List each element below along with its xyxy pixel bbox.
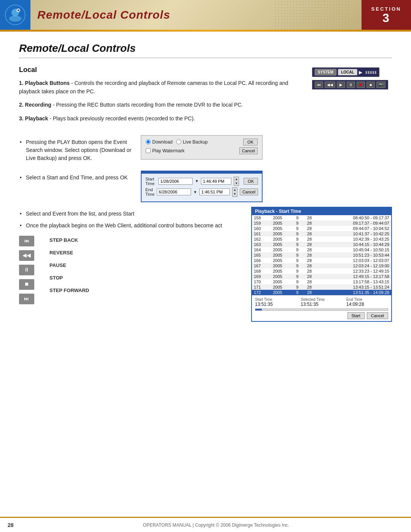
bullet-download-section: Pressing the PLAY Button opens the Event…: [19, 135, 392, 166]
bullet-datetime-label: Select a Start and End Time, and press O…: [26, 174, 128, 181]
item-3-bold: Playback: [25, 115, 48, 121]
pf-selected-label: Selected Time: [301, 297, 342, 302]
download-cancel-btn[interactable]: Cancel: [239, 147, 258, 154]
step-forward-icon: ⏭: [19, 294, 34, 304]
row-year: 2005: [271, 220, 294, 226]
row-c2: 28: [305, 252, 320, 258]
table-row[interactable]: 168 2005 9 28 12:33:23 - 12:49:15: [252, 268, 391, 274]
row-time: 13:43:15 - 13:51:24: [320, 284, 391, 290]
dvr-play-icon: ▶: [359, 70, 362, 75]
svg-text:◀◀: ◀◀: [22, 252, 31, 258]
row-c1: 9: [294, 284, 305, 290]
datetime-cancel-btn[interactable]: Cancel: [240, 189, 258, 195]
end-date-dropdown-icon[interactable]: ▼: [193, 190, 197, 194]
row-time: 13:17:58 - 13:43:15: [320, 279, 391, 284]
table-row[interactable]: 161 2005 9 28 10:41:37 - 10:42:25: [252, 231, 391, 236]
dvr-snapshot-btn[interactable]: 📷: [376, 81, 386, 88]
end-spin-down-icon[interactable]: ▼: [233, 192, 237, 196]
table-row[interactable]: 164 2005 9 28 10:45:04 - 10:50:15: [252, 247, 391, 252]
start-time-spin[interactable]: ▲ ▼: [234, 177, 239, 186]
end-date-input[interactable]: [157, 189, 191, 195]
start-date-dropdown-icon[interactable]: ▼: [195, 179, 199, 183]
playback-footer-labels: Start Time 13:51:35 Selected Time 13:51:…: [255, 297, 388, 307]
end-time-spin[interactable]: ▲ ▼: [232, 187, 237, 197]
table-row[interactable]: 158 2005 9 28 08:40:50 - 09:17:37: [252, 215, 391, 220]
table-row[interactable]: 160 2005 9 28 09:44:07 - 10:04:52: [252, 226, 391, 231]
play-watermark-checkbox[interactable]: [146, 148, 151, 153]
row-c1: 9: [294, 247, 305, 252]
row-c2: 28: [305, 226, 320, 231]
row-c1: 9: [294, 279, 305, 284]
item-3-number: 3.: [19, 115, 24, 121]
row-year: 2005: [271, 274, 294, 279]
row-c1: 9: [294, 242, 305, 247]
dvr-pause-btn[interactable]: ⏸: [347, 81, 355, 88]
table-row[interactable]: 159 2005 9 28 09:17:37 - 09:44:07: [252, 220, 391, 226]
end-spin-up-icon[interactable]: ▲: [233, 188, 237, 192]
header-decoration: [274, 0, 350, 30]
spin-down-icon[interactable]: ▼: [234, 181, 239, 185]
row-id: 169: [252, 274, 271, 279]
row-time: 13:51:35 - 14:09:28: [320, 290, 391, 295]
row-time: 10:51:23 - 10:53:44: [320, 252, 391, 258]
table-row[interactable]: 163 2005 9 28 10:44:15 - 10:44:29: [252, 242, 391, 247]
end-time-input[interactable]: [199, 189, 230, 195]
dvr-play-btn[interactable]: ▶: [337, 81, 345, 88]
table-row[interactable]: 162 2005 9 28 10:42:39 - 10:43:25: [252, 236, 391, 242]
table-row[interactable]: 171 2005 9 28 13:43:15 - 13:51:24: [252, 284, 391, 290]
row-c2: 28: [305, 236, 320, 242]
row-year: 2005: [271, 263, 294, 268]
download-dialog-area: Download Live Backup OK Play Watermark C…: [141, 135, 392, 160]
playback-cancel-btn[interactable]: Cancel: [367, 312, 388, 319]
row-year: 2005: [271, 258, 294, 263]
dvr-system-btn[interactable]: SYSTEM: [315, 69, 336, 75]
row-id: 164: [252, 247, 271, 252]
row-year: 2005: [271, 268, 294, 274]
list-item-1: 1. Playback Buttons - Controls the recor…: [19, 79, 304, 96]
svg-text:⏮: ⏮: [24, 238, 29, 244]
dvr-local-btn[interactable]: LOCAL: [338, 69, 357, 75]
table-row[interactable]: 169 2005 9 28 12:49:15 - 13:17:58: [252, 274, 391, 279]
datetime-ok-btn[interactable]: OK: [244, 178, 258, 185]
svg-text:⏸: ⏸: [24, 267, 29, 273]
download-ok-btn[interactable]: OK: [243, 139, 258, 145]
start-time-input[interactable]: [201, 178, 231, 185]
reverse-icon: ◀◀: [19, 250, 34, 261]
playback-dialog-area: Playback - Start Time 158 2005 9 28 08:4…: [251, 207, 392, 322]
row-year: 2005: [271, 279, 294, 284]
row-time: 09:17:37 - 09:44:07: [320, 220, 391, 226]
download-label: Download: [152, 139, 172, 145]
play-watermark-option[interactable]: Play Watermark: [146, 148, 185, 153]
live-backup-option[interactable]: Live Backup: [176, 139, 207, 145]
row-year: 2005: [271, 247, 294, 252]
dvr-record-btn[interactable]: ⏺: [357, 81, 365, 88]
spin-up-icon[interactable]: ▲: [234, 177, 239, 181]
download-radio[interactable]: [146, 139, 151, 144]
playback-start-btn[interactable]: Start: [347, 312, 365, 319]
dvr-rewind-btn[interactable]: ◀◀: [325, 81, 335, 88]
table-row[interactable]: 170 2005 9 28 13:17:58 - 13:43:15: [252, 279, 391, 284]
download-option[interactable]: Download: [146, 139, 172, 145]
table-row[interactable]: 166 2005 9 28 12:03:03 - 12:03:07: [252, 258, 391, 263]
header-title: Remote/Local Controls: [37, 8, 170, 21]
dvr-step-back-btn[interactable]: ⏮: [315, 81, 323, 88]
table-row[interactable]: 165 2005 9 28 10:51:23 - 10:53:44: [252, 252, 391, 258]
pf-start-label: Start Time: [255, 297, 297, 302]
dvr-stop-btn[interactable]: ■: [366, 81, 375, 88]
bottom-bullets: Select and Event from the list, and pres…: [19, 210, 242, 230]
row-id: 172: [252, 290, 271, 295]
table-row[interactable]: 167 2005 9 28 12:03:24 - 12:19:00: [252, 263, 391, 268]
header: Remote/Local Controls SECTION 3: [0, 0, 411, 30]
row-id: 167: [252, 263, 271, 268]
item-1-number: 1.: [19, 80, 24, 86]
row-time: 09:44:07 - 10:04:52: [320, 226, 391, 231]
row-c2: 28: [305, 279, 320, 284]
bullet-download-text: Pressing the PLAY Button opens the Event…: [19, 135, 133, 166]
row-year: 2005: [271, 226, 294, 231]
datetime-dialog-area: Start Time ▼ ▲ ▼ OK End Time ▼: [141, 171, 392, 202]
table-row[interactable]: 172 2005 9 28 13:51:35 - 14:09:28: [252, 290, 391, 295]
live-backup-radio[interactable]: [176, 139, 181, 144]
row-time: 10:42:39 - 10:43:25: [320, 236, 391, 242]
start-date-input[interactable]: [158, 178, 193, 185]
row-c2: 28: [305, 290, 320, 295]
